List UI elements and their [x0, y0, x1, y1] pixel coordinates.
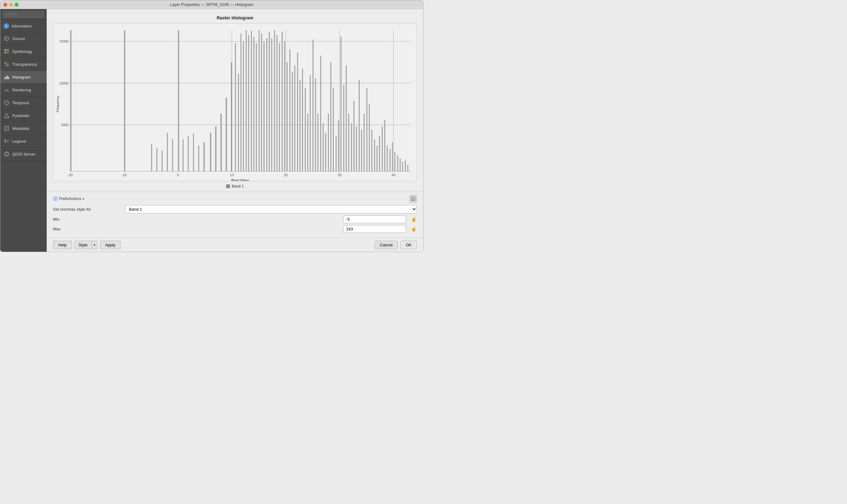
save-icon: [411, 197, 416, 201]
style-button-group: Style ▾: [74, 241, 98, 249]
svg-rect-3: [4, 52, 6, 54]
min-input-area: ☝: [343, 215, 417, 223]
maximize-button[interactable]: [15, 3, 18, 6]
svg-rect-58: [172, 139, 173, 171]
search-input[interactable]: [3, 11, 44, 18]
svg-rect-93: [297, 53, 298, 171]
main-window: Layer Properties — SRTM_3106 — Histogram…: [0, 0, 423, 252]
sidebar-item-qgis-server[interactable]: QGIS Server: [0, 148, 47, 161]
svg-rect-118: [361, 130, 362, 171]
svg-point-138: [55, 198, 56, 199]
window-controls: [3, 3, 18, 6]
apply-button[interactable]: Apply: [100, 241, 121, 249]
band-select[interactable]: Band 1: [125, 205, 417, 214]
sidebar-label-temporal: Temporal: [12, 101, 29, 105]
min-input[interactable]: [343, 215, 406, 223]
svg-rect-67: [226, 98, 227, 172]
svg-rect-113: [348, 114, 349, 171]
style-button[interactable]: Style: [74, 241, 92, 249]
max-up-arrow[interactable]: ☝: [411, 226, 417, 232]
sidebar: i Information Source: [0, 9, 47, 252]
svg-text:40: 40: [391, 173, 395, 177]
svg-rect-9: [4, 77, 5, 79]
svg-rect-133: [400, 158, 401, 171]
svg-rect-104: [325, 133, 326, 171]
max-input-area: ☝: [343, 225, 417, 233]
svg-rect-78: [259, 30, 260, 171]
svg-rect-132: [397, 155, 398, 171]
svg-rect-103: [323, 123, 323, 172]
cancel-button[interactable]: Cancel: [375, 241, 398, 249]
prefs-actions-link[interactable]: Prefs/Actions ▾: [53, 196, 84, 201]
svg-rect-119: [364, 114, 365, 171]
svg-rect-121: [369, 104, 370, 171]
svg-rect-85: [277, 35, 278, 171]
svg-rect-123: [374, 139, 375, 171]
svg-rect-89: [287, 62, 287, 171]
sidebar-item-source[interactable]: Source: [0, 32, 47, 45]
svg-rect-84: [274, 30, 275, 171]
svg-rect-116: [356, 126, 357, 171]
sidebar-label-symbology: Symbology: [12, 49, 32, 54]
svg-rect-7: [6, 62, 9, 64]
svg-rect-83: [271, 38, 272, 171]
legend-icon: [3, 138, 10, 144]
svg-text:30: 30: [338, 173, 341, 177]
sidebar-item-rendering[interactable]: Rendering: [0, 84, 47, 96]
save-style-button[interactable]: [409, 195, 417, 202]
svg-rect-11: [7, 75, 8, 79]
sidebar-item-symbology[interactable]: Symbology: [0, 45, 47, 58]
svg-rect-75: [251, 31, 252, 172]
sidebar-item-legend[interactable]: Legend: [0, 135, 47, 148]
svg-rect-87: [282, 32, 283, 172]
svg-rect-120: [367, 88, 367, 171]
svg-rect-136: [407, 165, 408, 171]
svg-rect-66: [220, 114, 222, 171]
svg-text:5000: 5000: [61, 123, 69, 127]
min-up-arrow[interactable]: ☝: [411, 216, 417, 222]
max-input[interactable]: [343, 225, 406, 233]
svg-rect-135: [405, 160, 406, 171]
svg-text:-20: -20: [68, 173, 73, 177]
sidebar-label-information: Information: [12, 24, 32, 29]
sidebar-label-metadata: Metadata: [12, 126, 29, 131]
help-button[interactable]: Help: [53, 241, 72, 249]
svg-rect-62: [198, 146, 199, 171]
svg-rect-71: [241, 34, 242, 172]
svg-rect-74: [248, 35, 249, 171]
svg-rect-134: [402, 162, 403, 172]
close-button[interactable]: [3, 3, 7, 6]
sidebar-item-metadata[interactable]: Metadata: [0, 122, 47, 135]
sidebar-item-transparency[interactable]: Transparency: [0, 58, 47, 71]
style-dropdown-arrow[interactable]: ▾: [92, 241, 98, 249]
chart-container: Frequency 5000 10000 15000: [53, 23, 417, 181]
svg-rect-21: [4, 140, 6, 141]
svg-rect-63: [204, 142, 205, 171]
svg-rect-80: [263, 41, 264, 171]
prefs-arrow: ▾: [83, 197, 84, 201]
svg-rect-88: [284, 41, 285, 171]
sidebar-item-histogram[interactable]: Histogram: [0, 71, 47, 84]
ok-button[interactable]: OK: [400, 241, 417, 249]
svg-rect-5: [4, 62, 6, 64]
svg-rect-60: [188, 136, 189, 172]
svg-rect-125: [379, 136, 380, 172]
svg-rect-59: [183, 139, 183, 171]
sidebar-item-information[interactable]: i Information: [0, 20, 47, 32]
svg-rect-111: [343, 85, 344, 172]
chart-legend: Band 1: [53, 184, 417, 188]
main-content: i Information Source: [0, 9, 423, 252]
svg-rect-4: [7, 52, 9, 54]
svg-rect-114: [351, 123, 352, 172]
sidebar-item-pyramids[interactable]: Pyramids: [0, 109, 47, 122]
svg-rect-57: [167, 133, 168, 171]
svg-text:-10: -10: [122, 173, 126, 177]
svg-rect-112: [346, 66, 347, 171]
svg-rect-140: [412, 197, 414, 198]
svg-rect-2: [7, 49, 9, 51]
sidebar-item-temporal[interactable]: Temporal: [0, 96, 47, 109]
svg-rect-100: [315, 78, 316, 171]
minimize-button[interactable]: [9, 3, 13, 6]
sidebar-label-rendering: Rendering: [12, 88, 31, 92]
qgis-server-icon: [3, 151, 10, 157]
